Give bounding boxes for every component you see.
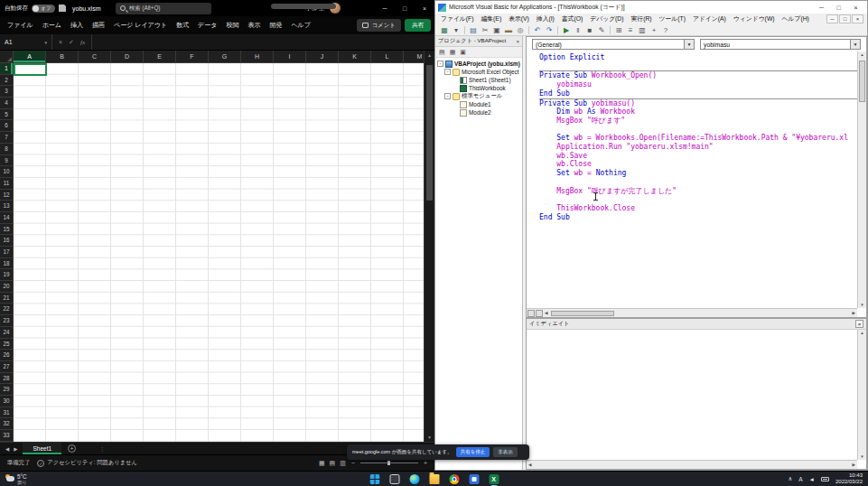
row-header-33[interactable]: 33 [0,430,13,442]
child-restore-button[interactable]: □ [839,14,851,23]
normal-view-icon[interactable]: ▦ [319,460,325,467]
cut-icon[interactable]: ✂ [480,25,490,35]
expander-icon[interactable]: - [437,61,443,67]
row-header-11[interactable]: 11 [0,178,13,190]
redo-icon[interactable]: ↷ [544,25,555,35]
select-all-corner[interactable] [0,51,14,62]
undo-icon[interactable]: ↶ [532,25,543,35]
page-break-view-icon[interactable]: ▥ [340,460,346,467]
toolbox-icon[interactable]: + [649,25,659,35]
stop-sharing-button[interactable]: 共有を停止 [456,447,490,457]
explorer-icon[interactable] [429,474,439,484]
autosave-toggle[interactable]: オフ [32,5,55,13]
row-header-5[interactable]: 5 [0,109,13,121]
view-code-icon[interactable]: ▤ [439,49,445,56]
column-header-H[interactable]: H [241,51,274,62]
zoom-out-button[interactable]: − [351,460,355,466]
menu-編集(E)[interactable]: 編集(E) [478,14,506,23]
column-header-J[interactable]: J [306,51,339,62]
excel-close-button[interactable]: × [415,0,434,16]
child-close-button[interactable]: × [852,14,863,23]
copy-icon[interactable]: ▣ [491,25,502,35]
row-header-12[interactable]: 12 [0,190,13,201]
cancel-button[interactable]: × [59,39,62,45]
column-header-I[interactable]: I [274,51,306,62]
formula-input[interactable] [92,34,434,50]
toggle-folders-icon[interactable]: ▣ [460,49,466,56]
immediate-scroll-left-icon[interactable]: ◀ [527,463,533,467]
ribbon-tab-ヘルプ[interactable]: ヘルプ [286,16,315,34]
row-header-29[interactable]: 29 [0,384,13,396]
row-header-8[interactable]: 8 [0,144,13,155]
selected-cell-a1[interactable] [14,63,47,76]
vba-close-button[interactable]: × [847,1,864,14]
run-icon[interactable]: ▶ [561,25,572,35]
view-object-icon[interactable]: ▦ [450,49,456,56]
insert-object-icon[interactable]: ▾ [451,25,462,35]
row-header-18[interactable]: 18 [0,258,13,270]
add-sheet-button[interactable]: + [68,444,76,453]
ime-icon[interactable]: A [798,476,802,482]
immediate-window-header[interactable]: イミディエイト × [527,319,866,330]
volume-icon[interactable]: ◄ [809,476,815,482]
menu-表示(V)[interactable]: 表示(V) [505,14,533,23]
menu-書式(O)[interactable]: 書式(O) [558,14,586,23]
find-icon[interactable]: ◎ [515,25,526,35]
chevron-icon[interactable]: ∧ [788,475,792,482]
row-header-28[interactable]: 28 [0,373,13,385]
code-lines[interactable]: Option Explicit Private Sub Workbook_Ope… [527,51,857,308]
zoom-slider[interactable] [360,463,418,463]
row-header-4[interactable]: 4 [0,98,13,109]
tab-splitter[interactable]: ⋮ [99,445,105,452]
tree-item-VBAProject (yobu.xlsm)[interactable]: -VBAProject (yobu.xlsm) [435,60,522,68]
immediate-horizontal-scrollbar[interactable]: ◀ ▶ [527,460,857,469]
insert-function-button[interactable]: fx [80,39,85,46]
ribbon-tab-ホーム[interactable]: ホーム [38,16,66,34]
sheet-next-icon[interactable]: ▶ [14,446,17,452]
column-header-F[interactable]: F [176,51,209,62]
row-header-24[interactable]: 24 [0,327,13,339]
grid-cells[interactable] [14,63,434,442]
immediate-scroll-down-icon[interactable]: ▼ [858,454,866,459]
scroll-up-icon[interactable]: ▲ [425,52,434,58]
name-box[interactable]: A1▾ [0,34,52,50]
column-header-L[interactable]: L [371,51,404,62]
row-header-27[interactable]: 27 [0,361,13,373]
code-scroll-down-icon[interactable]: ▼ [858,303,866,307]
code-vertical-scrollbar[interactable]: ▲ ▼ [857,51,866,308]
column-header-C[interactable]: C [79,51,111,62]
vba-minimize-button[interactable]: ─ [813,1,830,14]
split-box-icon[interactable] [536,310,543,317]
project-explorer-icon[interactable]: ⊞ [613,25,624,35]
zoom-in-button[interactable]: + [424,460,427,466]
design-mode-icon[interactable]: ✎ [596,25,607,35]
comments-button[interactable]: コメント [357,19,401,32]
immediate-close-icon[interactable]: × [855,320,863,328]
store-icon[interactable] [469,474,479,484]
column-header-G[interactable]: G [209,51,241,62]
row-header-31[interactable]: 31 [0,407,13,419]
row-header-9[interactable]: 9 [0,155,13,167]
menu-ツール(T)[interactable]: ツール(T) [656,14,689,23]
split-box-icon[interactable] [527,310,535,317]
sheet-prev-icon[interactable]: ◀ [5,446,9,452]
excel-vscroll-thumb[interactable] [426,65,433,201]
ribbon-tab-データ[interactable]: データ [193,16,221,34]
row-header-2[interactable]: 2 [0,75,13,87]
column-header-B[interactable]: B [46,51,79,62]
save-icon[interactable] [59,5,66,12]
excel-icon[interactable] [489,474,499,484]
task-view-icon[interactable] [389,474,399,484]
row-header-30[interactable]: 30 [0,396,13,407]
row-header-3[interactable]: 3 [0,86,13,98]
enter-button[interactable]: ✓ [69,39,74,46]
row-header-26[interactable]: 26 [0,350,13,361]
menu-ウィンドウ(W)[interactable]: ウィンドウ(W) [730,14,779,23]
tree-item-Sheet1 (Sheet1)[interactable]: Sheet1 (Sheet1) [435,76,522,84]
zoom-slider-handle[interactable] [387,461,390,465]
code-hscroll-thumb[interactable] [551,311,614,316]
procedure-dropdown-arrow-icon[interactable]: ▼ [850,40,860,49]
row-header-21[interactable]: 21 [0,293,13,304]
row-header-19[interactable]: 19 [0,269,13,281]
code-scroll-right-icon[interactable]: ▶ [851,311,857,315]
